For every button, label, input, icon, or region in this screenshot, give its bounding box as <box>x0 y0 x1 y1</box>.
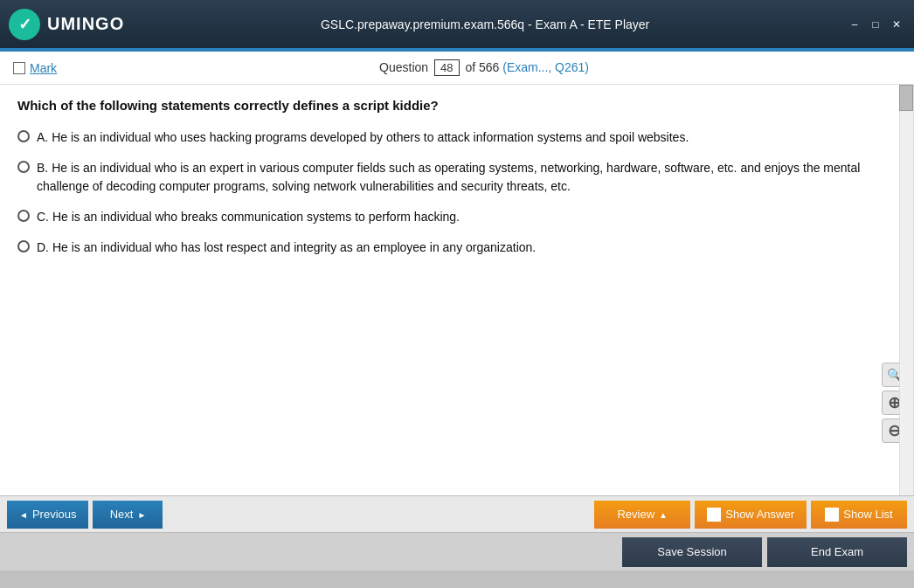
option-a[interactable]: A. He is an individual who uses hacking … <box>17 128 896 147</box>
option-b-text: B. He is an individual who is an expert … <box>37 159 896 196</box>
of-label: of 566 <box>465 60 499 74</box>
mark-link[interactable]: Mark <box>30 61 57 75</box>
next-button[interactable]: Next <box>93 501 163 529</box>
question-header: Mark Question 48 of 566 (Exam..., Q261) <box>0 52 914 85</box>
radio-b[interactable] <box>17 161 30 173</box>
option-d-text: D. He is an individual who has lost resp… <box>37 239 536 257</box>
question-number-area: Question 48 of 566 (Exam..., Q261) <box>67 59 901 76</box>
previous-button[interactable]: Previous <box>7 501 88 529</box>
nav-bar: Previous Next Review Show Answer Show Li… <box>0 495 914 532</box>
logo-area: ✓ UMINGO <box>9 9 124 40</box>
radio-d[interactable] <box>17 240 30 252</box>
end-exam-button[interactable]: End Exam <box>767 537 907 567</box>
option-c[interactable]: C. He is an individual who breaks commun… <box>17 208 896 226</box>
option-b[interactable]: B. He is an individual who is an expert … <box>17 159 896 196</box>
question-number-box: 48 <box>434 59 459 76</box>
logo-text: UMINGO <box>47 14 124 34</box>
mark-checkbox[interactable] <box>13 62 25 74</box>
content-wrapper: Which of the following statements correc… <box>0 85 914 588</box>
minimize-button[interactable]: – <box>846 17 863 31</box>
main-area: Which of the following statements correc… <box>0 85 914 588</box>
review-button[interactable]: Review <box>594 501 690 529</box>
chevron-up-icon <box>659 508 668 521</box>
scrollbar[interactable] <box>899 85 913 495</box>
scroll-thumb[interactable] <box>899 85 913 111</box>
logo-icon: ✓ <box>9 9 40 40</box>
option-a-text: A. He is an individual who uses hacking … <box>37 128 689 147</box>
question-label: Question <box>379 60 428 74</box>
show-answer-checkbox-icon <box>707 508 721 522</box>
radio-c[interactable] <box>17 210 30 222</box>
mark-area: Mark <box>13 61 57 75</box>
title-bar: ✓ UMINGO GSLC.prepaway.premium.exam.566q… <box>0 0 914 48</box>
show-list-checkbox-icon <box>825 508 839 522</box>
maximize-button[interactable]: □ <box>867 17 884 31</box>
show-list-button[interactable]: Show List <box>811 501 907 529</box>
close-button[interactable]: ✕ <box>888 17 905 31</box>
main-content: Which of the following statements correc… <box>0 85 914 495</box>
show-answer-button[interactable]: Show Answer <box>695 501 807 529</box>
window-controls: – □ ✕ <box>846 17 905 31</box>
option-c-text: C. He is an individual who breaks commun… <box>37 208 460 226</box>
chevron-right-icon <box>137 508 146 521</box>
action-bar: Save Session End Exam <box>0 532 914 571</box>
radio-a[interactable] <box>17 130 30 142</box>
window-title: GSLC.prepaway.premium.exam.566q - Exam A… <box>124 17 846 31</box>
chevron-left-icon <box>19 508 28 521</box>
option-d[interactable]: D. He is an individual who has lost resp… <box>17 239 896 257</box>
question-ref: (Exam..., Q261) <box>502 60 589 74</box>
question-text: Which of the following statements correc… <box>17 98 896 113</box>
save-session-button[interactable]: Save Session <box>622 537 762 567</box>
